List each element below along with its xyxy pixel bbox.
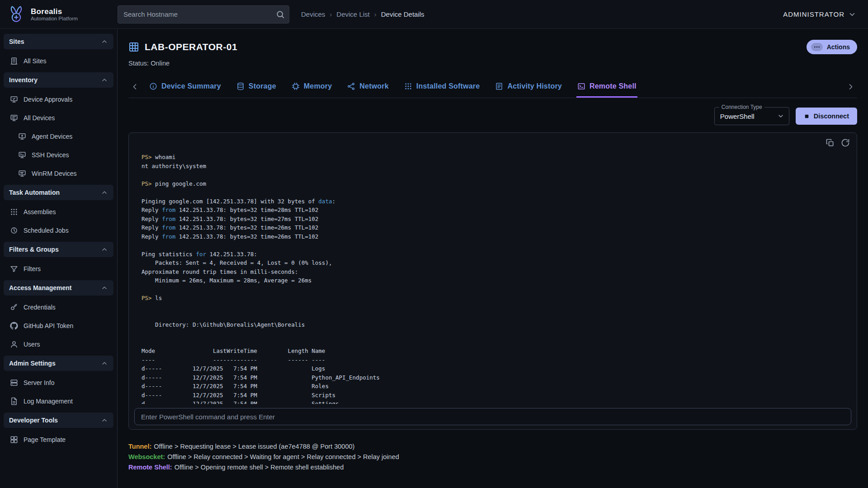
terminal-line: d----- 12/7/2025 7:54 PM Roles xyxy=(142,382,844,391)
terminal-line xyxy=(142,311,844,320)
sidebar-item-github-api-token[interactable]: GitHub API Token xyxy=(0,316,117,335)
terminal-output[interactable]: PS> whoamint authority\system PS> ping g… xyxy=(129,133,857,404)
chevron-down-icon xyxy=(777,113,784,120)
sidebar-item-ssh-devices[interactable]: SSH Devices xyxy=(0,145,117,164)
sidebar-section-inventory[interactable]: Inventory xyxy=(4,72,113,88)
software-icon xyxy=(404,82,412,90)
user-menu-label: ADMINISTRATOR xyxy=(783,10,844,18)
terminal-line: Reply from 142.251.33.78: bytes=32 time=… xyxy=(142,215,844,224)
search-input[interactable] xyxy=(118,5,289,23)
brand-subtitle: Automation Platform xyxy=(31,16,78,21)
sidebar-item-all-sites[interactable]: All Sites xyxy=(0,52,117,70)
terminal-line xyxy=(142,338,844,347)
sidebar-item-assemblies[interactable]: Assemblies xyxy=(0,202,117,221)
sidebar-item-log-management[interactable]: Log Management xyxy=(0,392,117,410)
sidebar-item-agent-devices[interactable]: Agent Devices xyxy=(0,127,117,145)
breadcrumb-item-device-details[interactable]: Device Details xyxy=(381,10,425,18)
status-line-label: Websocket: xyxy=(128,453,165,460)
sidebar-section-label: Access Management xyxy=(9,284,72,291)
breadcrumb-separator: › xyxy=(374,10,377,18)
log-icon xyxy=(10,397,18,405)
terminal-line: Ping statistics for 142.251.33.78: xyxy=(142,250,844,259)
sidebar-item-winrm-devices[interactable]: WinRM Devices xyxy=(0,164,117,183)
terminal-line: Approximate round trip times in milli-se… xyxy=(142,267,844,277)
sidebar-section-admin-settings[interactable]: Admin Settings xyxy=(4,356,113,371)
status-line-label: Remote Shell: xyxy=(128,464,172,471)
terminal-line: Reply from 142.251.33.78: bytes=32 time=… xyxy=(142,206,844,215)
brand-area[interactable]: Borealis Automation Platform xyxy=(0,5,118,24)
connection-type-value: PowerShell xyxy=(720,113,755,120)
breadcrumb-item-device-list[interactable]: Device List xyxy=(336,10,369,18)
filters-icon xyxy=(10,265,18,273)
device-header: LAB-OPERATOR-01 Actions xyxy=(128,40,857,54)
brand-name: Borealis xyxy=(31,7,78,16)
sidebar-section-developer-tools[interactable]: Developer Tools xyxy=(4,413,113,428)
sidebar-item-device-approvals[interactable]: Device Approvals xyxy=(0,90,117,108)
sidebar-item-label: Filters xyxy=(24,265,41,272)
credentials-icon xyxy=(10,303,18,311)
refresh-button[interactable] xyxy=(840,138,850,148)
scheduled-jobs-icon xyxy=(10,226,18,235)
copy-button[interactable] xyxy=(825,138,835,148)
sidebar-item-label: Log Management xyxy=(24,398,73,405)
chevron-up-icon xyxy=(101,246,108,253)
connection-type-select[interactable]: Connection Type PowerShell xyxy=(714,107,789,125)
tab-memory[interactable]: Memory xyxy=(291,80,333,98)
terminal-line: Directory: D:\Github\Borealis\Agent\Bore… xyxy=(142,320,844,329)
borealis-logo-icon xyxy=(6,5,26,24)
terminal-line xyxy=(142,170,844,179)
app-root: Borealis Automation Platform Devices›Dev… xyxy=(0,0,868,488)
sidebar-item-label: GitHub API Token xyxy=(24,322,73,329)
chevron-up-icon xyxy=(101,284,108,291)
ellipsis-icon xyxy=(813,43,821,51)
tab-label: Device Summary xyxy=(161,82,221,90)
breadcrumb-item-devices[interactable]: Devices xyxy=(301,10,325,18)
connection-status-lines: Tunnel:Offline > Requesting lease > Leas… xyxy=(128,441,857,473)
user-menu[interactable]: ADMINISTRATOR xyxy=(783,10,868,19)
terminal-panel: PS> whoamint authority\system PS> ping g… xyxy=(128,132,857,430)
page-template-icon xyxy=(10,436,18,444)
chevron-up-icon xyxy=(101,360,108,367)
sidebar-section-label: Task Automation xyxy=(9,189,60,196)
sidebar-item-label: Assemblies xyxy=(24,208,56,216)
tabs-row: Device SummaryStorageMemoryNetworkInstal… xyxy=(128,80,857,98)
tab-device-summary[interactable]: Device Summary xyxy=(148,80,222,98)
terminal-line: d----- 12/7/2025 7:54 PM Settings xyxy=(142,399,844,404)
tab-storage[interactable]: Storage xyxy=(236,80,277,98)
tab-activity-history[interactable]: Activity History xyxy=(494,80,563,98)
tab-label: Memory xyxy=(304,82,332,90)
sidebar-section-access-management[interactable]: Access Management xyxy=(4,280,113,296)
stop-icon xyxy=(804,113,810,119)
tabs-scroll-right-button[interactable] xyxy=(844,80,857,93)
sidebar-item-scheduled-jobs[interactable]: Scheduled Jobs xyxy=(0,221,117,239)
sidebar-item-users[interactable]: Users xyxy=(0,335,117,353)
sidebar-section-filters-groups[interactable]: Filters & Groups xyxy=(4,242,113,257)
tabs-scroll-left-button[interactable] xyxy=(128,80,141,93)
device-status: Status: Online xyxy=(128,60,857,67)
device-grid-icon xyxy=(128,42,139,52)
status-line-tunnel: Tunnel:Offline > Requesting lease > Leas… xyxy=(128,441,857,452)
sidebar-item-page-template[interactable]: Page Template xyxy=(0,430,117,449)
sidebar-section-task-automation[interactable]: Task Automation xyxy=(4,185,113,200)
status-line-websocket: Websocket:Offline > Relay connected > Wa… xyxy=(128,452,857,462)
sidebar-item-all-devices[interactable]: All Devices xyxy=(0,108,117,127)
github-icon xyxy=(10,322,18,330)
disconnect-button[interactable]: Disconnect xyxy=(796,108,857,125)
sidebar-item-credentials[interactable]: Credentials xyxy=(0,298,117,316)
tab-remote-shell[interactable]: Remote Shell xyxy=(576,80,637,98)
sidebar-section-sites[interactable]: Sites xyxy=(4,34,113,49)
sidebar-item-label: Agent Devices xyxy=(32,133,72,140)
sidebar-item-filters[interactable]: Filters xyxy=(0,259,117,278)
sidebar-nav: SitesAll SitesInventoryDevice ApprovalsA… xyxy=(0,34,117,449)
sidebar-item-server-info[interactable]: Server Info xyxy=(0,373,117,392)
terminal-line: Minimum = 26ms, Maximum = 28ms, Average … xyxy=(142,276,844,285)
tab-installed-software[interactable]: Installed Software xyxy=(403,80,481,98)
sidebar-section-label: Inventory xyxy=(9,76,38,84)
ellipsis-pill xyxy=(811,43,823,51)
actions-button[interactable]: Actions xyxy=(807,40,857,54)
brand-text: Borealis Automation Platform xyxy=(31,7,78,22)
sidebar-section-label: Developer Tools xyxy=(9,417,58,424)
tab-network[interactable]: Network xyxy=(346,80,390,98)
sidebar-item-label: Scheduled Jobs xyxy=(24,227,69,234)
shell-command-input[interactable] xyxy=(134,408,851,425)
